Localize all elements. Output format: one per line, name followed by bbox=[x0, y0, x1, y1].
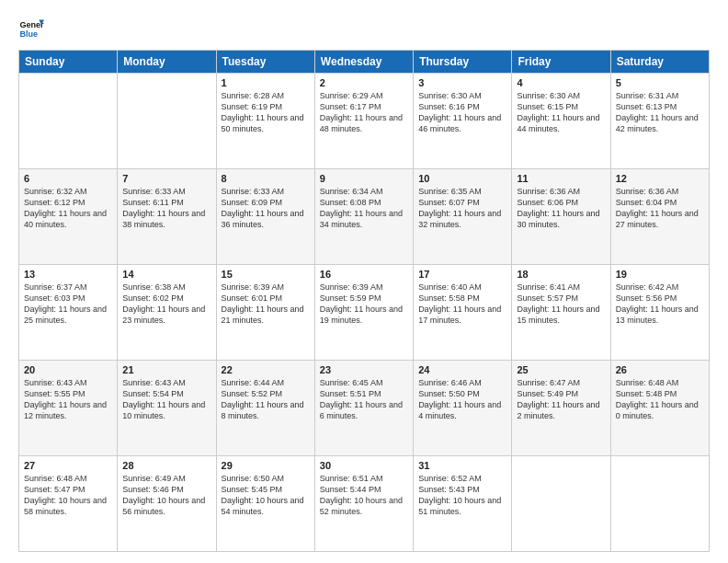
day-number: 8 bbox=[222, 173, 310, 184]
calendar-cell: 19Sunrise: 6:42 AM Sunset: 5:56 PM Dayli… bbox=[610, 265, 709, 361]
calendar-cell: 26Sunrise: 6:48 AM Sunset: 5:48 PM Dayli… bbox=[610, 361, 709, 456]
calendar-cell bbox=[19, 74, 118, 169]
day-content: Sunrise: 6:33 AM Sunset: 6:11 PM Dayligh… bbox=[122, 186, 210, 231]
calendar-cell bbox=[512, 456, 610, 552]
day-content: Sunrise: 6:38 AM Sunset: 6:02 PM Dayligh… bbox=[122, 282, 210, 327]
day-number: 2 bbox=[320, 77, 408, 88]
calendar-cell bbox=[610, 456, 709, 552]
calendar-cell: 15Sunrise: 6:39 AM Sunset: 6:01 PM Dayli… bbox=[216, 265, 314, 361]
day-number: 13 bbox=[24, 269, 112, 280]
calendar-cell: 3Sunrise: 6:30 AM Sunset: 6:16 PM Daylig… bbox=[414, 74, 512, 169]
calendar-header-row: SundayMondayTuesdayWednesdayThursdayFrid… bbox=[19, 51, 710, 74]
day-header-friday: Friday bbox=[512, 51, 610, 74]
calendar-cell: 8Sunrise: 6:33 AM Sunset: 6:09 PM Daylig… bbox=[216, 169, 314, 265]
calendar-cell: 30Sunrise: 6:51 AM Sunset: 5:44 PM Dayli… bbox=[314, 456, 413, 552]
day-number: 1 bbox=[222, 77, 310, 88]
page: General Blue SundayMondayTuesdayWednesda… bbox=[0, 0, 728, 563]
day-number: 5 bbox=[616, 77, 704, 88]
day-content: Sunrise: 6:36 AM Sunset: 6:06 PM Dayligh… bbox=[517, 186, 605, 231]
day-content: Sunrise: 6:41 AM Sunset: 5:57 PM Dayligh… bbox=[517, 282, 605, 327]
calendar-cell: 28Sunrise: 6:49 AM Sunset: 5:46 PM Dayli… bbox=[118, 456, 216, 552]
day-number: 15 bbox=[222, 269, 310, 280]
day-number: 19 bbox=[616, 269, 704, 280]
day-number: 3 bbox=[418, 77, 506, 88]
day-content: Sunrise: 6:34 AM Sunset: 6:08 PM Dayligh… bbox=[320, 186, 408, 231]
day-number: 9 bbox=[320, 173, 408, 184]
day-content: Sunrise: 6:30 AM Sunset: 6:16 PM Dayligh… bbox=[418, 90, 506, 135]
calendar-cell: 11Sunrise: 6:36 AM Sunset: 6:06 PM Dayli… bbox=[512, 169, 610, 265]
calendar-week-2: 6Sunrise: 6:32 AM Sunset: 6:12 PM Daylig… bbox=[19, 169, 710, 265]
calendar-cell: 25Sunrise: 6:47 AM Sunset: 5:49 PM Dayli… bbox=[512, 361, 610, 456]
day-content: Sunrise: 6:46 AM Sunset: 5:50 PM Dayligh… bbox=[418, 377, 506, 422]
calendar-cell: 12Sunrise: 6:36 AM Sunset: 6:04 PM Dayli… bbox=[610, 169, 709, 265]
day-content: Sunrise: 6:39 AM Sunset: 6:01 PM Dayligh… bbox=[222, 282, 310, 327]
day-number: 12 bbox=[616, 173, 704, 184]
day-content: Sunrise: 6:40 AM Sunset: 5:58 PM Dayligh… bbox=[418, 282, 506, 327]
day-number: 20 bbox=[24, 364, 112, 375]
day-content: Sunrise: 6:28 AM Sunset: 6:19 PM Dayligh… bbox=[222, 90, 310, 135]
day-number: 23 bbox=[320, 364, 408, 375]
day-content: Sunrise: 6:33 AM Sunset: 6:09 PM Dayligh… bbox=[222, 186, 310, 231]
day-content: Sunrise: 6:42 AM Sunset: 5:56 PM Dayligh… bbox=[616, 282, 704, 327]
day-content: Sunrise: 6:43 AM Sunset: 5:54 PM Dayligh… bbox=[122, 377, 210, 422]
calendar-cell: 18Sunrise: 6:41 AM Sunset: 5:57 PM Dayli… bbox=[512, 265, 610, 361]
logo-icon: General Blue bbox=[18, 15, 44, 40]
day-number: 7 bbox=[122, 173, 210, 184]
day-number: 17 bbox=[418, 269, 506, 280]
day-number: 14 bbox=[122, 269, 210, 280]
day-content: Sunrise: 6:31 AM Sunset: 6:13 PM Dayligh… bbox=[616, 90, 704, 135]
calendar-cell: 21Sunrise: 6:43 AM Sunset: 5:54 PM Dayli… bbox=[118, 361, 216, 456]
calendar-cell: 27Sunrise: 6:48 AM Sunset: 5:47 PM Dayli… bbox=[19, 456, 118, 552]
day-number: 16 bbox=[320, 269, 408, 280]
day-number: 24 bbox=[418, 364, 506, 375]
day-number: 29 bbox=[222, 460, 310, 471]
day-number: 21 bbox=[122, 364, 210, 375]
day-content: Sunrise: 6:49 AM Sunset: 5:46 PM Dayligh… bbox=[122, 473, 210, 518]
calendar-table: SundayMondayTuesdayWednesdayThursdayFrid… bbox=[18, 50, 710, 552]
day-number: 26 bbox=[616, 364, 704, 375]
day-content: Sunrise: 6:51 AM Sunset: 5:44 PM Dayligh… bbox=[320, 473, 408, 518]
day-content: Sunrise: 6:37 AM Sunset: 6:03 PM Dayligh… bbox=[24, 282, 112, 327]
calendar-cell: 5Sunrise: 6:31 AM Sunset: 6:13 PM Daylig… bbox=[610, 74, 709, 169]
day-content: Sunrise: 6:30 AM Sunset: 6:15 PM Dayligh… bbox=[517, 90, 605, 135]
calendar-cell: 9Sunrise: 6:34 AM Sunset: 6:08 PM Daylig… bbox=[314, 169, 413, 265]
calendar-week-3: 13Sunrise: 6:37 AM Sunset: 6:03 PM Dayli… bbox=[19, 265, 710, 361]
day-header-wednesday: Wednesday bbox=[314, 51, 413, 74]
day-header-saturday: Saturday bbox=[610, 51, 709, 74]
day-content: Sunrise: 6:43 AM Sunset: 5:55 PM Dayligh… bbox=[24, 377, 112, 422]
calendar-cell: 29Sunrise: 6:50 AM Sunset: 5:45 PM Dayli… bbox=[216, 456, 314, 552]
day-content: Sunrise: 6:39 AM Sunset: 5:59 PM Dayligh… bbox=[320, 282, 408, 327]
day-header-monday: Monday bbox=[118, 51, 216, 74]
day-content: Sunrise: 6:29 AM Sunset: 6:17 PM Dayligh… bbox=[320, 90, 408, 135]
calendar-week-4: 20Sunrise: 6:43 AM Sunset: 5:55 PM Dayli… bbox=[19, 361, 710, 456]
day-content: Sunrise: 6:47 AM Sunset: 5:49 PM Dayligh… bbox=[517, 377, 605, 422]
calendar-cell: 14Sunrise: 6:38 AM Sunset: 6:02 PM Dayli… bbox=[118, 265, 216, 361]
calendar-week-1: 1Sunrise: 6:28 AM Sunset: 6:19 PM Daylig… bbox=[19, 74, 710, 169]
calendar-cell: 23Sunrise: 6:45 AM Sunset: 5:51 PM Dayli… bbox=[314, 361, 413, 456]
logo: General Blue bbox=[18, 15, 48, 40]
day-number: 4 bbox=[517, 77, 605, 88]
day-number: 27 bbox=[24, 460, 112, 471]
day-number: 18 bbox=[517, 269, 605, 280]
day-content: Sunrise: 6:44 AM Sunset: 5:52 PM Dayligh… bbox=[222, 377, 310, 422]
day-content: Sunrise: 6:50 AM Sunset: 5:45 PM Dayligh… bbox=[222, 473, 310, 518]
day-number: 25 bbox=[517, 364, 605, 375]
day-content: Sunrise: 6:52 AM Sunset: 5:43 PM Dayligh… bbox=[418, 473, 506, 518]
day-header-thursday: Thursday bbox=[414, 51, 512, 74]
calendar-cell: 13Sunrise: 6:37 AM Sunset: 6:03 PM Dayli… bbox=[19, 265, 118, 361]
calendar-cell: 10Sunrise: 6:35 AM Sunset: 6:07 PM Dayli… bbox=[414, 169, 512, 265]
day-content: Sunrise: 6:45 AM Sunset: 5:51 PM Dayligh… bbox=[320, 377, 408, 422]
day-number: 28 bbox=[122, 460, 210, 471]
calendar-cell: 31Sunrise: 6:52 AM Sunset: 5:43 PM Dayli… bbox=[414, 456, 512, 552]
calendar-cell: 6Sunrise: 6:32 AM Sunset: 6:12 PM Daylig… bbox=[19, 169, 118, 265]
day-content: Sunrise: 6:32 AM Sunset: 6:12 PM Dayligh… bbox=[24, 186, 112, 231]
calendar-week-5: 27Sunrise: 6:48 AM Sunset: 5:47 PM Dayli… bbox=[19, 456, 710, 552]
day-content: Sunrise: 6:48 AM Sunset: 5:47 PM Dayligh… bbox=[24, 473, 112, 518]
day-content: Sunrise: 6:48 AM Sunset: 5:48 PM Dayligh… bbox=[616, 377, 704, 422]
day-number: 22 bbox=[222, 364, 310, 375]
day-content: Sunrise: 6:36 AM Sunset: 6:04 PM Dayligh… bbox=[616, 186, 704, 231]
day-header-sunday: Sunday bbox=[19, 51, 118, 74]
calendar-cell: 16Sunrise: 6:39 AM Sunset: 5:59 PM Dayli… bbox=[314, 265, 413, 361]
calendar-cell: 2Sunrise: 6:29 AM Sunset: 6:17 PM Daylig… bbox=[314, 74, 413, 169]
calendar-cell: 20Sunrise: 6:43 AM Sunset: 5:55 PM Dayli… bbox=[19, 361, 118, 456]
